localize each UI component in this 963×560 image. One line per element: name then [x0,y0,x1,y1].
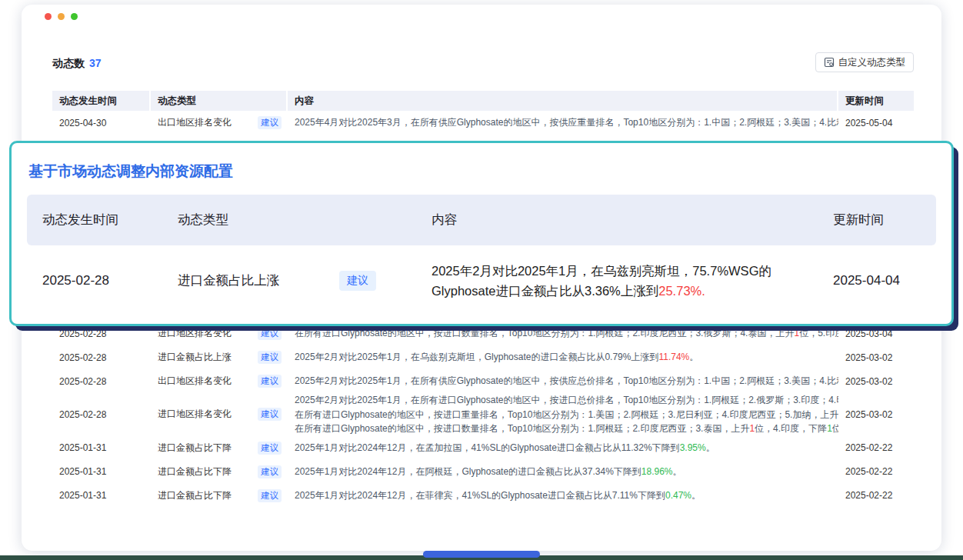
row-content: 2025年1月对比2024年12月，在菲律宾，41%SL的Glyphosate进… [288,488,838,503]
table-row[interactable]: 2025-01-31进口金额占比下降建议2025年1月对比2024年12月，在菲… [52,484,914,508]
content-line: 2025年2月对比2025年1月，在所有进口Glyphosate的地区中，按进口… [295,393,828,408]
row-type-label: 进口金额占比上涨 [158,351,232,364]
close-window-icon[interactable] [45,13,52,20]
row-time: 2025-02-28 [52,376,151,387]
overlay-header-row: 动态发生时间 动态类型 内容 更新时间 [27,195,936,245]
row-time: 2025-02-28 [52,409,151,420]
content-line: 在所有进口Glyphosate的地区中，按进口重量排名，Top10地区分别为：1… [295,408,828,422]
content-segment: 0.47% [665,490,691,501]
table-header-row: 动态发生时间 动态类型 内容 更新时间 [52,91,914,111]
row-update: 2025-03-02 [838,352,914,363]
overlay-column-header-type: 动态类型 [178,212,432,228]
row-update: 2025-03-04 [838,328,914,339]
content-segment: 位，5.俄罗斯... [832,423,838,434]
row-content: 2025年2月对比2025年1月，在所有供应Glyphosate的地区中，按供应… [288,374,838,388]
content-segment: 2025年1月对比2024年12月，在菲律宾，41%SL的Glyphosate进… [295,490,665,501]
suggestion-badge: 建议 [339,271,376,291]
overlay-table-row[interactable]: 2025-02-28 进口金额占比上涨 建议 2025年2月对比2025年1月，… [27,245,936,316]
row-type-label: 进口金额占比下降 [158,465,232,478]
content-segment: 在所有进口Glyphosate的地区中，按进口数量排名，Top10地区分别为：1… [295,328,794,338]
row-type: 进口地区排名变化建议 [151,327,288,340]
bottom-scroll-indicator[interactable] [423,551,540,558]
content-line: 2025年2月对比2025年1月，在所有供应Glyphosate的地区中，按供应… [295,374,828,388]
content-line: 2025年4月对比2025年3月，在所有供应Glyphosate的地区中，按供应… [295,115,828,130]
row-time: 2025-02-28 [52,328,151,339]
content-line: 2025年2月对比2025年1月，在乌兹别克斯坦，Glyphosate的进口金额… [295,350,828,365]
content-segment: 2025年2月对比2025年1月，在乌兹别克斯坦，Glyphosate的进口金额… [295,352,658,362]
suggestion-badge: 建议 [258,489,282,502]
content-segment: 。 [706,442,715,453]
row-time: 2025-01-31 [52,490,151,501]
row-type-label: 出口地区排名变化 [158,116,232,129]
table-row[interactable]: 2025-02-28出口地区排名变化建议2025年2月对比2025年1月，在所有… [52,369,914,393]
content-segment: 25.73%. [658,284,705,298]
column-header-content: 内容 [288,91,838,111]
row-content: 2025年2月对比2025年1月，在乌兹别克斯坦，Glyphosate的进口金额… [288,350,838,365]
column-header-time: 动态发生时间 [52,91,151,111]
content-segment: 在所有进口Glyphosate的地区中，按进口数量排名，Top10地区分别为：1… [295,423,749,434]
row-content: 2025年1月对比2024年12月，在阿根廷，Glyphosate的进口金额占比… [288,465,838,479]
overlay-row-update: 2025-04-04 [833,273,936,288]
dynamics-count-label: 动态数 [52,57,85,69]
row-time: 2025-01-31 [52,466,151,477]
content-segment: 。 [691,490,701,501]
row-type-label: 进口地区排名变化 [158,327,232,340]
content-segment: 2025年2月对比2025年1月，在所有供应Glyphosate的地区中，按供应… [295,375,838,386]
row-update: 2025-03-02 [838,376,914,387]
dynamics-count-value: 37 [89,57,102,69]
column-header-type: 动态类型 [151,91,288,111]
row-update: 2025-02-22 [838,490,914,501]
row-update: 2025-02-22 [838,466,914,477]
table-row[interactable]: 2025-01-31进口金额占比下降建议2025年1月对比2024年12月，在孟… [52,436,914,460]
content-segment: 2025年1月对比2024年12月，在孟加拉国，41%SL的Glyphosate… [295,442,680,453]
overlay-column-header-update: 更新时间 [833,212,936,228]
row-type-label: 进口地区排名变化 [158,408,232,421]
customize-dynamic-type-label: 自定义动态类型 [838,56,906,69]
content-segment: 2025年4月对比2025年3月，在所有供应Glyphosate的地区中，按供应… [295,117,838,128]
row-type: 进口地区排名变化建议 [151,408,288,421]
row-update: 2025-02-22 [838,442,914,453]
suggestion-badge: 建议 [258,442,282,455]
table-row[interactable]: 2025-01-31进口金额占比下降建议2025年1月对比2024年12月，在阿… [52,460,914,484]
suggestion-badge: 建议 [258,351,282,364]
row-type: 出口地区排名变化建议 [151,375,288,388]
content-segment: 位，5.印度，下降 [799,328,838,338]
row-content: 2025年2月对比2025年1月，在所有进口Glyphosate的地区中，按进口… [288,393,838,436]
form-settings-icon [824,57,835,68]
row-update: 2025-05-04 [838,118,914,128]
row-type: 进口金额占比上涨建议 [151,351,288,364]
content-line: 2025年1月对比2024年12月，在阿根廷，Glyphosate的进口金额占比… [295,465,828,479]
overlay-title: 基于市场动态调整内部资源配置 [28,162,951,182]
overlay-row-type-label: 进口金额占比上涨 [178,272,279,289]
overlay-row-content: 2025年2月对比2025年1月，在乌兹别亮斯坦，75.7%WSG的Glypho… [432,261,833,301]
content-segment: 18.96% [641,466,673,477]
row-content: 2025年1月对比2024年12月，在孟加拉国，41%SL的Glyphosate… [288,441,838,455]
row-type: 出口地区排名变化建议 [151,116,288,129]
screen: 动态数37 自定义动态类型 动态发生时间 动态类型 内容 [0,0,963,560]
content-segment: 在所有进口Glyphosate的地区中，按进口重量排名，Top10地区分别为：1… [295,409,838,420]
column-header-update: 更新时间 [838,91,914,111]
content-line: 2025年1月对比2024年12月，在菲律宾，41%SL的Glyphosate进… [295,488,828,503]
customize-dynamic-type-button[interactable]: 自定义动态类型 [815,52,915,72]
table-row[interactable]: 2025-02-28进口地区排名变化建议2025年2月对比2025年1月，在所有… [52,393,914,436]
row-content: 在所有进口Glyphosate的地区中，按进口数量排名，Top10地区分别为：1… [288,326,838,341]
row-type-label: 进口金额占比下降 [158,442,232,455]
overlay-column-header-content: 内容 [432,212,833,228]
content-segment: 1 [827,423,832,434]
overlay-row-time: 2025-02-28 [42,273,178,288]
suggestion-badge: 建议 [258,116,282,129]
content-segment: 。 [673,466,682,477]
minimize-window-icon[interactable] [58,13,65,20]
row-type-label: 出口地区排名变化 [158,375,232,388]
content-line: 在所有进口Glyphosate的地区中，按进口数量排名，Top10地区分别为：1… [295,422,828,436]
table-row[interactable]: 2025-04-30出口地区排名变化建议2025年4月对比2025年3月，在所有… [52,111,914,135]
suggestion-badge: 建议 [258,375,282,388]
content-segment: 2025年2月对比2025年1月，在所有进口Glyphosate的地区中，按进口… [295,395,838,405]
maximize-window-icon[interactable] [71,13,78,20]
table-row[interactable]: 2025-02-28进口金额占比上涨建议2025年2月对比2025年1月，在乌兹… [52,345,914,369]
overlay-row-type: 进口金额占比上涨 建议 [178,271,432,291]
suggestion-badge: 建议 [258,327,282,340]
row-type: 进口金额占比下降建议 [151,465,288,478]
content-segment: 位，4.印度，下降 [755,423,827,434]
content-segment: 2025年1月对比2024年12月，在阿根廷，Glyphosate的进口金额占比… [295,466,641,477]
